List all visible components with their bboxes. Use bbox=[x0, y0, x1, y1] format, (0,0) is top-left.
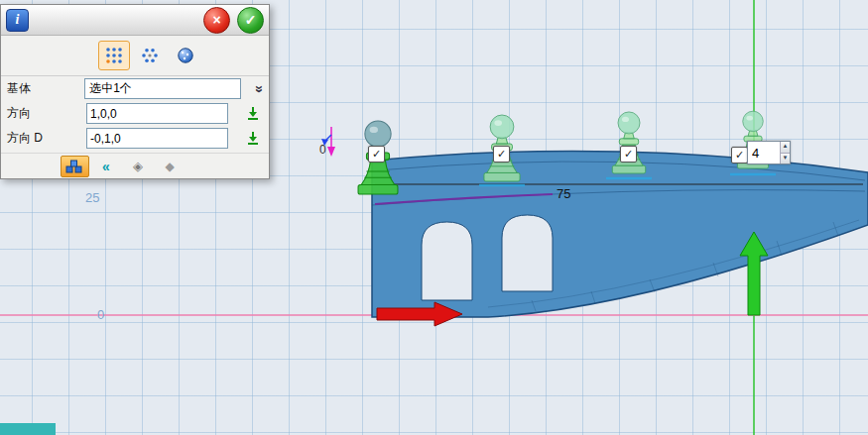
ruler-label-25: 25 bbox=[85, 190, 99, 205]
count-up-button[interactable]: ▲ bbox=[781, 142, 790, 154]
pick-direction2-button[interactable] bbox=[244, 130, 262, 148]
pick-direction1-button[interactable] bbox=[244, 105, 262, 123]
instance-checkbox-1[interactable]: ✓ bbox=[368, 146, 385, 163]
pattern-instance-pawn-3[interactable] bbox=[612, 112, 645, 173]
circular-dots-icon bbox=[141, 47, 159, 64]
base-field-label: 基体 bbox=[7, 80, 80, 97]
circular-pattern-button[interactable] bbox=[134, 41, 166, 70]
check-icon: ✓ bbox=[245, 12, 257, 28]
dimension-label: 75 bbox=[557, 186, 570, 201]
point-pattern-button[interactable] bbox=[170, 41, 201, 70]
green-pick-arrow-icon bbox=[245, 106, 261, 122]
diamond-button-2[interactable]: ◆ bbox=[156, 156, 185, 177]
instance-checkbox-2[interactable]: ✓ bbox=[493, 146, 510, 163]
direction1-label: 方向 bbox=[7, 105, 82, 122]
instance-checkbox-3[interactable]: ✓ bbox=[620, 146, 637, 163]
direction2-input[interactable] bbox=[86, 128, 228, 149]
ruler-label-0: 0 bbox=[97, 307, 104, 322]
count-input[interactable] bbox=[748, 142, 780, 163]
confirm-button[interactable]: ✓ bbox=[237, 7, 264, 34]
origin-label: 0 bbox=[319, 143, 326, 157]
check-icon: ✓ bbox=[735, 150, 744, 161]
chevrons-button[interactable]: « bbox=[92, 156, 121, 177]
check-icon: ✓ bbox=[624, 149, 633, 160]
count-spinner: ▲ ▼ bbox=[747, 141, 791, 164]
direction2-row: 方向 D bbox=[1, 126, 269, 151]
check-icon: ✓ bbox=[497, 149, 506, 160]
pattern-type-toolbar bbox=[1, 36, 269, 76]
arch-window-1[interactable] bbox=[422, 222, 472, 300]
diamond-button-1[interactable]: ◈ bbox=[124, 156, 153, 177]
diamond-icon: ◈ bbox=[133, 159, 143, 173]
linear-pattern-button[interactable] bbox=[98, 41, 130, 70]
instance-checkbox-4[interactable]: ✓ bbox=[731, 147, 748, 163]
show-boxes-button[interactable] bbox=[61, 156, 89, 177]
diamond-icon: ◆ bbox=[165, 160, 174, 173]
base-select-value: 选中1个 bbox=[89, 80, 132, 97]
double-chevron-icon: « bbox=[102, 159, 110, 174]
base-field-row: 基体 选中1个 » bbox=[1, 76, 269, 101]
dialog-titlebar[interactable]: i × ✓ bbox=[1, 5, 269, 36]
sphere-icon bbox=[177, 47, 194, 64]
expand-chevron-icon[interactable]: » bbox=[251, 79, 269, 98]
grid-dots-icon bbox=[105, 47, 123, 64]
base-select[interactable]: 选中1个 bbox=[84, 78, 241, 99]
arch-window-2[interactable] bbox=[502, 215, 553, 291]
boxes-icon bbox=[64, 158, 84, 175]
pattern-dialog: i × ✓ bbox=[0, 4, 270, 179]
close-icon: × bbox=[212, 12, 220, 28]
cancel-button[interactable]: × bbox=[203, 7, 230, 34]
check-icon: ✓ bbox=[372, 149, 381, 160]
direction2-label: 方向 D bbox=[7, 130, 82, 147]
app-window: 25 0 0 75 ✓ ✓ ✓ ✓ ▲ ▼ i × bbox=[0, 0, 868, 435]
status-chip bbox=[0, 423, 56, 435]
info-icon: i bbox=[6, 9, 29, 32]
green-pick-arrow-icon bbox=[245, 131, 261, 147]
direction1-input[interactable] bbox=[86, 103, 228, 124]
direction1-row: 方向 bbox=[1, 101, 269, 126]
dialog-footer-toolbar: « ◈ ◆ bbox=[1, 153, 269, 178]
count-down-button[interactable]: ▼ bbox=[781, 154, 790, 164]
